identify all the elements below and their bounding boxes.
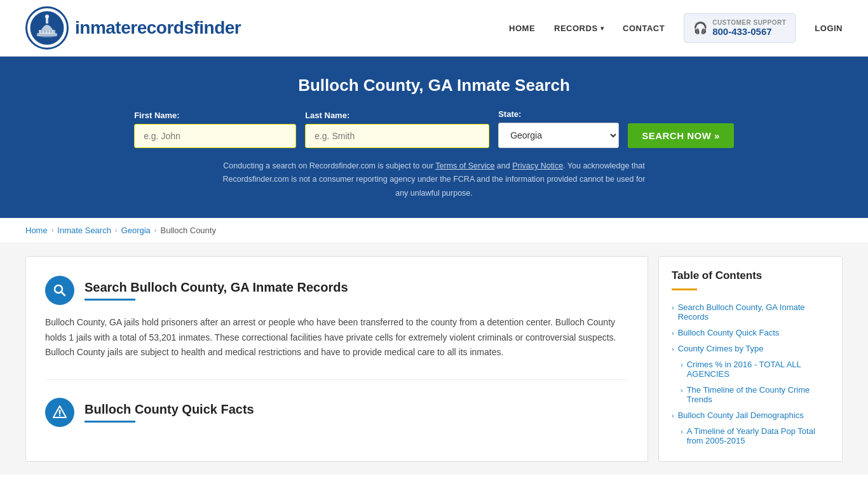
- alert-icon-circle: [45, 398, 74, 427]
- privacy-link[interactable]: Privacy Notice: [512, 161, 563, 170]
- section-quick-facts: Bulloch County Quick Facts: [45, 380, 628, 427]
- toc-chevron-icon: ›: [672, 345, 674, 353]
- toc-label: Search Bulloch County, GA Inmate Records: [678, 302, 829, 322]
- svg-point-5: [45, 15, 49, 18]
- logo-text: inmaterecordsfinder: [75, 18, 241, 38]
- customer-support-box: 🎧 CUSTOMER SUPPORT 800-433-0567: [684, 13, 796, 43]
- toc-chevron-icon: ›: [672, 412, 674, 419]
- cs-info: CUSTOMER SUPPORT 800-433-0567: [712, 19, 786, 37]
- section2-underline: [85, 421, 135, 423]
- nav-records[interactable]: RECORDS ▾: [554, 24, 604, 33]
- toc-label: Crimes % in 2016 - TOTAL ALL AGENCIES: [687, 360, 829, 379]
- svg-rect-6: [39, 30, 41, 33]
- section1-title-wrap: Search Bulloch County, GA Inmate Records: [85, 280, 348, 301]
- site-header: inmaterecordsfinder HOME RECORDS ▾ CONTA…: [0, 0, 868, 57]
- search-form: First Name: Last Name: State: AlabamaAla…: [25, 109, 843, 148]
- search-icon-circle: [45, 276, 74, 305]
- svg-point-14: [59, 415, 60, 416]
- nav-contact[interactable]: CONTACT: [623, 24, 665, 33]
- first-name-group: First Name:: [134, 111, 296, 148]
- section1-underline: [85, 299, 135, 301]
- first-name-input[interactable]: [134, 124, 296, 148]
- toc-label: Bulloch County Quick Facts: [678, 328, 780, 337]
- hero-title: Bulloch County, GA Inmate Search: [25, 76, 843, 95]
- toc-item-5[interactable]: ›Bulloch County Jail Demographics: [672, 407, 829, 423]
- state-select[interactable]: AlabamaAlaskaArizonaArkansasCaliforniaCo…: [498, 123, 619, 148]
- section2-header: Bulloch County Quick Facts: [45, 398, 628, 427]
- sidebar: Table of Contents ›Search Bulloch County…: [658, 256, 843, 462]
- toc-underline: [672, 288, 697, 290]
- toc-item-4[interactable]: ›The Timeline of the County Crime Trends: [672, 382, 829, 407]
- svg-rect-8: [46, 30, 47, 33]
- main-container: Search Bulloch County, GA Inmate Records…: [0, 243, 868, 475]
- section2-title: Bulloch County Quick Facts: [85, 402, 254, 417]
- section1-title: Search Bulloch County, GA Inmate Records: [85, 280, 348, 295]
- state-group: State: AlabamaAlaskaArizonaArkansasCalif…: [498, 109, 619, 148]
- hero-section: Bulloch County, GA Inmate Search First N…: [0, 57, 868, 218]
- toc-list: ›Search Bulloch County, GA Inmate Record…: [672, 299, 829, 449]
- svg-rect-10: [52, 30, 53, 33]
- cs-phone: 800-433-0567: [712, 26, 786, 37]
- logo-area: inmaterecordsfinder: [25, 6, 241, 50]
- content-area: Search Bulloch County, GA Inmate Records…: [25, 256, 648, 462]
- toc-item-2[interactable]: ›County Crimes by Type: [672, 341, 829, 356]
- records-chevron-icon: ▾: [600, 25, 604, 32]
- section-inmate-records: Search Bulloch County, GA Inmate Records…: [45, 276, 628, 380]
- toc-chevron-icon: ›: [681, 428, 683, 435]
- section2-title-wrap: Bulloch County Quick Facts: [85, 402, 254, 423]
- toc-chevron-icon: ›: [672, 329, 674, 337]
- state-label: State:: [498, 109, 521, 119]
- breadcrumb-inmate-search[interactable]: Inmate Search: [57, 226, 111, 235]
- sep-3: ›: [154, 226, 157, 234]
- cs-label: CUSTOMER SUPPORT: [712, 19, 786, 26]
- main-nav: HOME RECORDS ▾ CONTACT 🎧 CUSTOMER SUPPOR…: [509, 13, 843, 43]
- breadcrumb-home[interactable]: Home: [25, 226, 48, 235]
- search-button[interactable]: SEARCH NOW »: [628, 123, 734, 148]
- first-name-label: First Name:: [134, 111, 180, 120]
- sep-1: ›: [51, 226, 54, 234]
- search-icon: [52, 283, 67, 298]
- toc-item-6[interactable]: ›A Timeline of Yearly Data Pop Total fro…: [672, 423, 829, 449]
- toc-item-3[interactable]: ›Crimes % in 2016 - TOTAL ALL AGENCIES: [672, 356, 829, 382]
- breadcrumb-county: Bulloch County: [161, 226, 216, 235]
- alert-icon: [52, 405, 67, 420]
- toc-label: Bulloch County Jail Demographics: [678, 410, 804, 420]
- hero-disclaimer: Conducting a search on Recordsfinder.com…: [218, 159, 650, 200]
- terms-link[interactable]: Terms of Service: [435, 161, 494, 170]
- nav-home[interactable]: HOME: [509, 24, 535, 33]
- section1-body: Bulloch County, GA jails hold prisoners …: [45, 315, 628, 360]
- toc-item-1[interactable]: ›Bulloch County Quick Facts: [672, 325, 829, 341]
- toc-chevron-icon: ›: [672, 304, 674, 311]
- section1-header: Search Bulloch County, GA Inmate Records: [45, 276, 628, 305]
- svg-rect-7: [43, 30, 44, 33]
- last-name-group: Last Name:: [305, 111, 489, 148]
- last-name-label: Last Name:: [305, 111, 349, 120]
- breadcrumb: Home › Inmate Search › Georgia › Bulloch…: [0, 218, 868, 243]
- nav-login[interactable]: LOGIN: [815, 24, 843, 33]
- breadcrumb-georgia[interactable]: Georgia: [121, 226, 151, 235]
- toc-label: A Timeline of Yearly Data Pop Total from…: [687, 426, 829, 445]
- sep-2: ›: [115, 226, 118, 234]
- logo-icon: [25, 6, 69, 50]
- headset-icon: 🎧: [693, 21, 707, 35]
- toc-label: County Crimes by Type: [678, 344, 764, 353]
- toc-label: The Timeline of the County Crime Trends: [687, 385, 829, 404]
- toc-chevron-icon: ›: [681, 361, 683, 369]
- last-name-input[interactable]: [305, 124, 489, 148]
- svg-line-12: [62, 292, 65, 295]
- svg-rect-9: [49, 30, 50, 33]
- toc-chevron-icon: ›: [681, 386, 683, 394]
- toc-title: Table of Contents: [672, 269, 829, 282]
- toc-item-0[interactable]: ›Search Bulloch County, GA Inmate Record…: [672, 299, 829, 325]
